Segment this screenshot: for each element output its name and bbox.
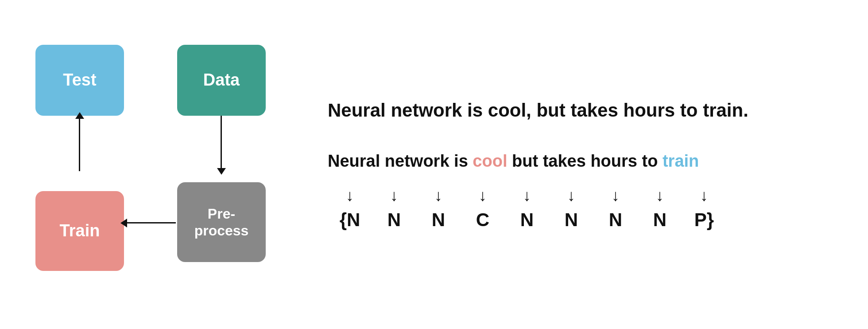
- arrowhead-up-train: [75, 112, 84, 119]
- labels-row: {N N N C N N N N P}: [328, 209, 841, 231]
- sentence-prefix: Neural network is: [328, 152, 473, 170]
- arrowhead-down-data: [217, 168, 226, 175]
- token-visualization: ↓ ↓ ↓ ↓ ↓ ↓ ↓ ↓ ↓ {N N N C N N: [328, 186, 841, 231]
- data-label: Data: [203, 70, 240, 90]
- word-train: train: [663, 152, 699, 170]
- token-4: C: [461, 209, 505, 231]
- main-container: Test Data Train Pre- process Neural net: [0, 0, 868, 329]
- arrow-3: ↓: [416, 186, 461, 205]
- arrow-9: ↓: [682, 186, 726, 205]
- arrow-8: ↓: [638, 186, 682, 205]
- preprocess-box: Pre- process: [177, 182, 266, 262]
- token-3: N: [416, 209, 461, 231]
- arrowhead-left-preprocess: [120, 219, 127, 227]
- token-1: {N: [328, 209, 372, 231]
- test-label: Test: [63, 70, 96, 90]
- token-2: N: [372, 209, 416, 231]
- arrow-4: ↓: [461, 186, 505, 205]
- arrow-preprocess-to-train: [126, 222, 176, 223]
- headline: Neural network is cool, but takes hours …: [328, 98, 841, 123]
- word-cool: cool: [473, 152, 507, 170]
- arrow-2: ↓: [372, 186, 416, 205]
- token-6: N: [549, 209, 593, 231]
- arrow-7: ↓: [593, 186, 638, 205]
- arrow-1: ↓: [328, 186, 372, 205]
- colored-sentence: Neural network is cool but takes hours t…: [328, 149, 841, 173]
- train-label: Train: [60, 221, 100, 241]
- token-7: N: [593, 209, 638, 231]
- arrow-data-to-preprocess: [221, 116, 222, 169]
- arrow-6: ↓: [549, 186, 593, 205]
- sentence-section: Neural network is cool but takes hours t…: [328, 149, 841, 231]
- test-box: Test: [35, 45, 124, 116]
- content-section: Neural network is cool, but takes hours …: [292, 98, 841, 231]
- arrow-5: ↓: [505, 186, 549, 205]
- token-9: P}: [682, 209, 726, 231]
- preprocess-label: Pre- process: [194, 205, 249, 239]
- sentence-middle: but takes hours to: [507, 152, 662, 170]
- arrows-row: ↓ ↓ ↓ ↓ ↓ ↓ ↓ ↓ ↓: [328, 186, 841, 205]
- train-box: Train: [35, 191, 124, 271]
- flow-diagram: Test Data Train Pre- process: [27, 31, 292, 298]
- token-8: N: [638, 209, 682, 231]
- arrow-train-to-test: [79, 118, 80, 171]
- token-5: N: [505, 209, 549, 231]
- data-box: Data: [177, 45, 266, 116]
